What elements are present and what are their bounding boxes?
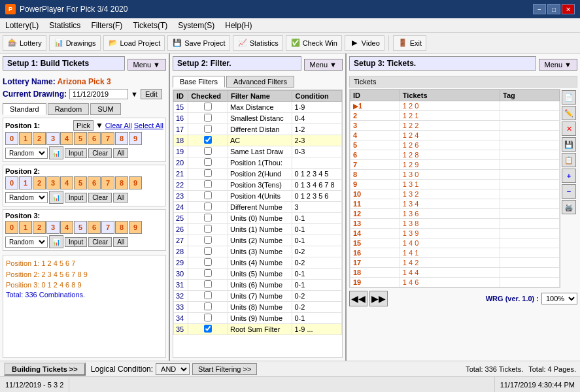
right-panel-menu-btn[interactable]: Menu ▼ xyxy=(539,59,577,71)
filter-check[interactable] xyxy=(188,169,228,180)
digit-9-1[interactable]: 9 xyxy=(129,132,142,145)
ticket-row[interactable]: 9 1 3 1 xyxy=(350,180,560,189)
all-btn-3[interactable]: All xyxy=(113,237,128,247)
minimize-button[interactable]: − xyxy=(533,4,546,14)
filter-check[interactable] xyxy=(188,157,228,169)
ticket-row[interactable]: 4 1 2 4 xyxy=(350,131,560,140)
mid-panel-menu-btn[interactable]: Menu ▼ xyxy=(304,59,343,71)
ticket-row[interactable]: 13 1 3 8 xyxy=(350,219,560,229)
ticket-row[interactable]: 5 1 2 6 xyxy=(350,140,560,150)
clear-all-btn-1[interactable]: Clear All xyxy=(105,122,132,129)
ticket-row[interactable]: 2 1 2 1 xyxy=(350,111,560,121)
ticket-row[interactable]: 8 1 3 0 xyxy=(350,170,560,180)
tab-random[interactable]: Random xyxy=(48,103,90,115)
rt-btn-edit[interactable]: ✏️ xyxy=(562,106,576,120)
chart-icon-2[interactable]: 📊 xyxy=(49,191,63,204)
digit-2-2[interactable]: 2 xyxy=(33,176,46,189)
tab-advanced-filters[interactable]: Advanced Filters xyxy=(226,76,294,88)
tab-standard[interactable]: Standard xyxy=(3,103,46,115)
close-button[interactable]: ✕ xyxy=(562,4,575,14)
toolbar-exit-btn[interactable]: 🚪 Exit xyxy=(393,35,426,51)
rt-btn-remove[interactable]: − xyxy=(562,184,576,199)
random-dropdown-1[interactable]: Random xyxy=(5,148,48,159)
digit-1-2[interactable]: 1 xyxy=(19,176,32,189)
ticket-row[interactable]: 3 1 2 2 xyxy=(350,121,560,131)
filter-check[interactable] xyxy=(188,291,228,302)
filter-check[interactable] xyxy=(188,213,228,224)
digit-7-1[interactable]: 7 xyxy=(101,132,114,145)
select-all-btn-1[interactable]: Select All xyxy=(134,122,163,129)
digit-4-1[interactable]: 4 xyxy=(60,132,73,145)
ticket-row[interactable]: 15 1 4 0 xyxy=(350,238,560,248)
pick-btn-1[interactable]: Pick xyxy=(73,120,94,131)
rt-btn-print[interactable]: 🖨️ xyxy=(562,200,576,214)
rt-btn-save[interactable]: 💾 xyxy=(562,137,576,152)
left-panel-menu-btn[interactable]: Menu ▼ xyxy=(128,59,166,71)
filter-check[interactable] xyxy=(188,191,228,202)
digit-5-1[interactable]: 5 xyxy=(74,132,87,145)
input-btn-3[interactable]: Input xyxy=(65,237,87,247)
ticket-row[interactable]: 7 1 2 9 xyxy=(350,160,560,170)
filter-check[interactable] xyxy=(188,324,228,335)
digit-3-3[interactable]: 3 xyxy=(46,221,60,234)
ticket-row[interactable]: ▶1 1 2 0 xyxy=(350,101,560,111)
input-btn-2[interactable]: Input xyxy=(65,193,87,203)
menu-help[interactable]: Help(H) xyxy=(220,20,257,31)
digit-2-1[interactable]: 2 xyxy=(33,132,46,145)
drawing-date-input[interactable] xyxy=(69,89,128,99)
chart-icon-3[interactable]: 📊 xyxy=(49,235,63,248)
all-btn-2[interactable]: All xyxy=(113,193,128,203)
menu-tickets[interactable]: Tickets(T) xyxy=(128,20,173,31)
menu-system[interactable]: System(S) xyxy=(173,20,220,31)
digit-0-3[interactable]: 0 xyxy=(5,221,18,234)
clear-btn-1[interactable]: Clear xyxy=(88,148,112,158)
ticket-row[interactable]: 16 1 4 1 xyxy=(350,248,560,258)
filter-check[interactable] xyxy=(188,180,228,191)
nav-next-btn[interactable]: ▶▶ xyxy=(369,291,388,306)
ticket-row[interactable]: 14 1 3 9 xyxy=(350,229,560,238)
filter-check[interactable] xyxy=(188,280,228,291)
filter-check[interactable] xyxy=(188,313,228,324)
ticket-row[interactable]: 19 1 4 6 xyxy=(350,278,560,287)
menu-statistics[interactable]: Statistics xyxy=(44,20,86,31)
zoom-select[interactable]: 100% 75% 125% xyxy=(541,293,577,304)
ticket-row[interactable]: 11 1 3 4 xyxy=(350,199,560,209)
digit-9-3[interactable]: 9 xyxy=(129,221,142,234)
nav-first-btn[interactable]: ◀◀ xyxy=(349,291,367,306)
digit-5-3[interactable]: 5 xyxy=(74,221,87,234)
filter-check[interactable] xyxy=(188,224,228,235)
digit-9-2[interactable]: 9 xyxy=(129,176,142,189)
edit-button[interactable]: Edit xyxy=(141,89,162,99)
clear-btn-2[interactable]: Clear xyxy=(88,193,112,203)
toolbar-save-btn[interactable]: 💾 Save Project xyxy=(167,35,230,51)
digit-8-1[interactable]: 8 xyxy=(115,132,128,145)
menu-lottery[interactable]: Lottery(L) xyxy=(0,20,44,31)
chart-icon-1[interactable]: 📊 xyxy=(49,146,63,159)
maximize-button[interactable]: □ xyxy=(547,4,560,14)
input-btn-1[interactable]: Input xyxy=(65,148,87,158)
digit-5-2[interactable]: 5 xyxy=(74,176,87,189)
digit-0-1[interactable]: 0 xyxy=(5,132,18,145)
toolbar-statistics-btn[interactable]: 📈 Statistics xyxy=(233,35,283,51)
digit-8-3[interactable]: 8 xyxy=(115,221,128,234)
ticket-row[interactable]: 6 1 2 8 xyxy=(350,150,560,160)
filter-check[interactable] xyxy=(188,146,228,157)
digit-4-3[interactable]: 4 xyxy=(60,221,73,234)
rt-btn-copy[interactable]: 📋 xyxy=(562,153,576,167)
filter-check[interactable] xyxy=(188,246,228,257)
ticket-row[interactable]: 17 1 4 2 xyxy=(350,258,560,268)
filter-check[interactable] xyxy=(188,257,228,269)
digit-4-2[interactable]: 4 xyxy=(60,176,73,189)
digit-1-3[interactable]: 1 xyxy=(19,221,32,234)
digit-8-2[interactable]: 8 xyxy=(115,176,128,189)
rt-btn-delete[interactable]: ✕ xyxy=(562,122,576,136)
digit-3-2[interactable]: 3 xyxy=(46,176,60,189)
tab-base-filters[interactable]: Base Filters xyxy=(173,76,225,88)
toolbar-checkwin-btn[interactable]: ✅ Check Win xyxy=(286,35,342,51)
random-dropdown-2[interactable]: Random xyxy=(5,192,48,203)
menu-filters[interactable]: Filters(F) xyxy=(86,20,128,31)
logical-condition-select[interactable]: AND OR xyxy=(156,363,190,375)
filter-check[interactable] xyxy=(188,124,228,135)
digit-2-3[interactable]: 2 xyxy=(33,221,46,234)
build-tickets-btn[interactable]: Building Tickets >> xyxy=(4,363,86,376)
